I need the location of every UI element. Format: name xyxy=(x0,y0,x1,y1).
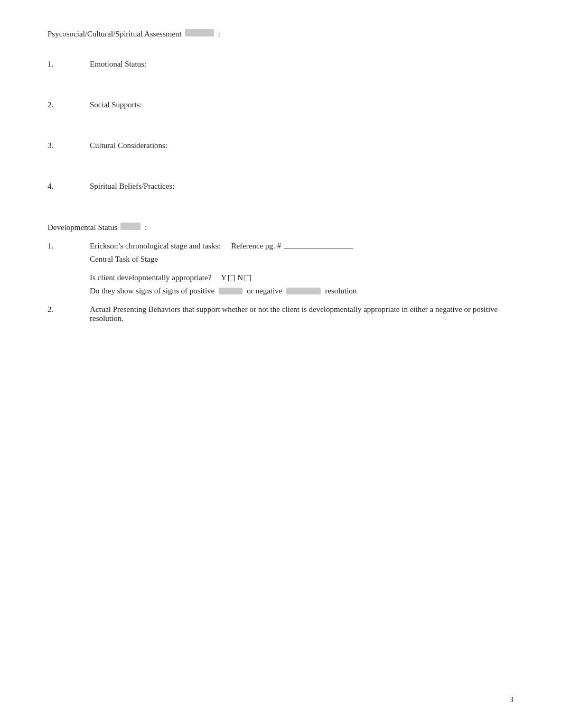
developmental-list: 1. Erickson’s chronological stage and ta… xyxy=(48,242,513,323)
negative-redacted xyxy=(286,288,321,294)
erickson-content: Erickson’s chronological stage and tasks… xyxy=(90,242,357,296)
reference-blank xyxy=(284,248,353,248)
n-label: N xyxy=(237,273,243,282)
psycosocial-header: Psycosocial/Cultural/Spiritual Assessmen… xyxy=(48,29,513,39)
appropriate-block: Is client developmentally appropriate? Y… xyxy=(90,273,357,296)
erickson-item: 1. Erickson’s chronological stage and ta… xyxy=(48,242,513,296)
y-checkbox[interactable] xyxy=(228,275,235,281)
developmental-redacted xyxy=(120,223,141,230)
list-item: 4. Spiritual Beliefs/Practices: xyxy=(48,182,513,191)
dev-number-1: 1. xyxy=(48,242,90,251)
or-negative-label: or negative xyxy=(247,287,282,296)
appropriate-row-1: Is client developmentally appropriate? Y… xyxy=(90,273,357,282)
list-item: 3. Cultural Considerations: xyxy=(48,141,513,150)
psycosocial-colon: : xyxy=(218,30,220,39)
page: Psycosocial/Cultural/Spiritual Assessmen… xyxy=(0,0,561,728)
central-task-line: Central Task of Stage xyxy=(90,255,357,264)
or-negative-row: Do they show signs of signs of positive … xyxy=(90,287,357,296)
actual-behaviors-item: 2. Actual Presenting Behaviors that supp… xyxy=(48,305,513,323)
developmental-header: Developmental Status : xyxy=(48,223,513,232)
developmental-title: Developmental Status xyxy=(48,223,117,232)
erickson-row: Erickson’s chronological stage and tasks… xyxy=(90,242,357,251)
reference-line: Reference pg. # xyxy=(231,242,353,251)
positive-label: Do they show signs of signs of positive xyxy=(90,287,214,296)
list-item: 2. Social Supports: xyxy=(48,100,513,109)
reference-text: Reference pg. # xyxy=(231,242,281,251)
psycosocial-list: 1. Emotional Status: 2. Social Supports:… xyxy=(48,60,513,191)
list-number-4: 4. xyxy=(48,182,90,191)
developmental-colon: : xyxy=(145,223,147,232)
social-supports-label: Social Supports: xyxy=(90,100,142,109)
psycosocial-title: Psycosocial/Cultural/Spiritual Assessmen… xyxy=(48,30,182,39)
yn-box: Y N xyxy=(221,273,251,282)
resolution-label: resolution xyxy=(325,287,357,296)
spiritual-beliefs-label: Spiritual Beliefs/Practices: xyxy=(90,182,174,191)
erickson-label: Erickson’s chronological stage and tasks… xyxy=(90,242,220,251)
positive-redacted xyxy=(219,288,242,294)
actual-behaviors-content: Actual Presenting Behaviors that support… xyxy=(90,305,513,323)
n-checkbox[interactable] xyxy=(245,275,251,281)
central-task-label: Central Task of Stage xyxy=(90,255,158,263)
y-checkbox-label: Y xyxy=(221,273,235,282)
y-label: Y xyxy=(221,273,227,282)
n-checkbox-label: N xyxy=(237,273,251,282)
appropriate-question: Is client developmentally appropriate? xyxy=(90,273,211,282)
cultural-considerations-label: Cultural Considerations: xyxy=(90,141,167,150)
page-number: 3 xyxy=(510,695,514,704)
list-number-2: 2. xyxy=(48,100,90,109)
list-number-1: 1. xyxy=(48,60,90,69)
list-number-3: 3. xyxy=(48,141,90,150)
emotional-status-label: Emotional Status: xyxy=(90,60,146,69)
actual-behaviors-label: Actual Presenting Behaviors that support… xyxy=(90,305,498,322)
list-item: 1. Emotional Status: xyxy=(48,60,513,69)
dev-number-2: 2. xyxy=(48,305,90,314)
psycosocial-redacted xyxy=(185,29,214,36)
